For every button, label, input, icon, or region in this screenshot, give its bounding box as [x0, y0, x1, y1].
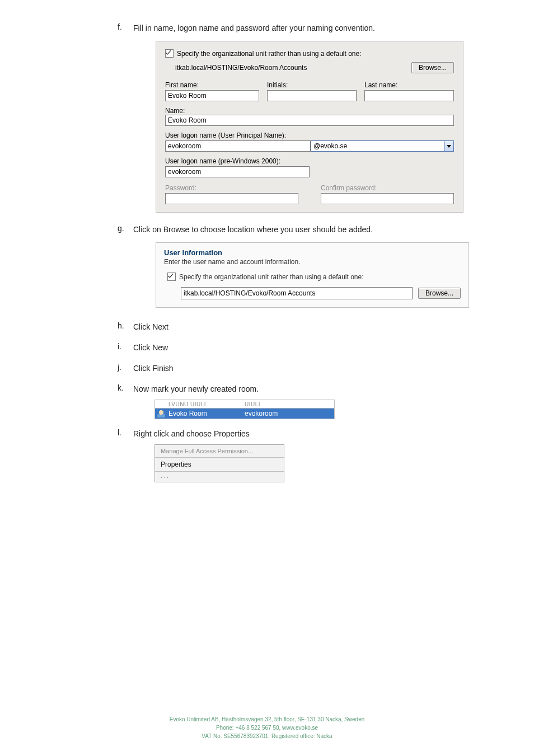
name-input[interactable]: [165, 115, 454, 126]
context-menu: Manage Full Access Permission... Propert…: [154, 444, 284, 482]
list-item-h: h. Click Next: [118, 321, 489, 333]
menu-item-properties[interactable]: Properties: [155, 458, 284, 471]
user-icon: [157, 410, 165, 417]
prewin-label: User logon name (pre-Windows 2000):: [165, 157, 454, 165]
prewin-input[interactable]: [165, 166, 310, 177]
room-list-panel: LVUNU UIULI UIULI Evoko Room evokoroom: [154, 400, 335, 419]
upn-input[interactable]: [165, 140, 311, 152]
footer-line-1: Evoko Unlimited AB, Hästholmsvägen 32, 5…: [0, 715, 534, 724]
specify-ou-checkbox[interactable]: Specify the organizational unit rather t…: [165, 49, 362, 58]
footer-line-3: VAT No. SE556783923701. Registered offic…: [0, 732, 534, 740]
header-col-1: LVUNU UIULI: [168, 401, 241, 407]
page-footer: Evoko Unlimited AB, Hästholmsvägen 32, 5…: [0, 715, 534, 740]
list-text: Click New: [133, 342, 168, 354]
footer-line-2: Phone: +46 8 522 567 50, www.evoko.se: [0, 724, 534, 732]
specify-ou-label: Specify the organizational unit rather t…: [177, 50, 362, 58]
list-letter: i.: [118, 342, 133, 354]
list-header: LVUNU UIULI UIULI: [155, 400, 334, 408]
name-label: Name:: [165, 107, 454, 115]
list-item-l: l. Right click and choose Properties: [118, 428, 489, 440]
list-letter: f.: [118, 22, 133, 34]
list-letter: h.: [118, 321, 133, 333]
menu-item-manage-permission[interactable]: Manage Full Access Permission...: [155, 445, 284, 457]
room-list-row[interactable]: Evoko Room evokoroom: [155, 408, 334, 419]
upn-domain-value: @evoko.se: [313, 142, 347, 150]
browse-button[interactable]: Browse...: [411, 62, 454, 73]
list-item-g: g. Click on Browse to choose location wh…: [118, 224, 489, 236]
password-label: Password:: [165, 184, 298, 192]
list-text: Right click and choose Properties: [133, 428, 250, 440]
ou-path: itkab.local/HOSTING/Evoko/Room Accounts: [175, 64, 406, 72]
ou-path-input[interactable]: [181, 287, 413, 299]
list-text: Click Finish: [133, 363, 174, 374]
list-item-i: i. Click New: [118, 342, 489, 354]
upn-label: User logon name (User Principal Name):: [165, 132, 454, 139]
list-item-k: k. Now mark your newly created room.: [118, 383, 489, 395]
new-user-dialog: Specify the organizational unit rather t…: [156, 41, 463, 213]
initials-label: Initials:: [267, 81, 357, 89]
specify-ou-label-2: Specify the organizational unit rather t…: [179, 273, 364, 281]
user-information-panel: User Information Enter the user name and…: [156, 242, 469, 308]
list-letter: j.: [118, 363, 133, 374]
browse-button-2[interactable]: Browse...: [418, 288, 461, 299]
room-logon-cell: evokoroom: [245, 410, 334, 417]
list-letter: g.: [118, 224, 133, 236]
initials-input[interactable]: [267, 90, 357, 101]
first-name-label: First name:: [165, 81, 259, 89]
list-text: Click Next: [133, 321, 168, 333]
confirm-password-label: Confirm password:: [321, 184, 454, 192]
upn-domain-dropdown[interactable]: @evoko.se: [311, 140, 454, 152]
checkbox-icon: [165, 49, 174, 58]
list-letter: l.: [118, 428, 133, 440]
first-name-input[interactable]: [165, 90, 259, 101]
last-name-input[interactable]: [364, 90, 454, 101]
confirm-password-input[interactable]: [321, 193, 454, 204]
list-text: Click on Browse to choose location where…: [133, 224, 373, 236]
chevron-down-icon: [444, 141, 453, 151]
user-info-subtitle: Enter the user name and account informat…: [164, 258, 461, 266]
password-input[interactable]: [165, 193, 298, 204]
header-col-2: UIULI: [245, 401, 334, 407]
list-text: Fill in name, logon name and password af…: [133, 22, 375, 34]
room-name-cell: Evoko Room: [168, 410, 241, 417]
list-item-j: j. Click Finish: [118, 363, 489, 374]
user-info-title: User Information: [164, 248, 461, 257]
menu-more-indicator: . . .: [155, 472, 284, 482]
last-name-label: Last name:: [364, 81, 454, 89]
list-text: Now mark your newly created room.: [133, 383, 259, 395]
list-item-f: f. Fill in name, logon name and password…: [118, 22, 489, 34]
specify-ou-checkbox-2[interactable]: Specify the organizational unit rather t…: [167, 273, 364, 281]
checkbox-icon: [167, 273, 176, 281]
list-letter: k.: [118, 383, 133, 395]
